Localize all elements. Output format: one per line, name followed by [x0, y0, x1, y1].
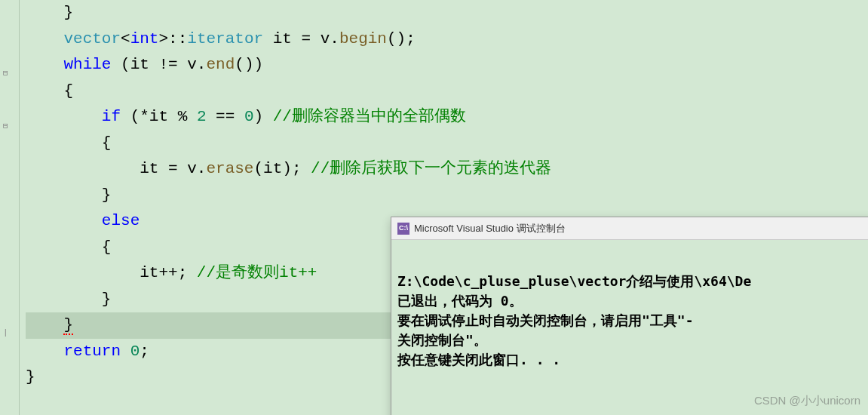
- code-token: ==: [206, 108, 244, 125]
- code-token: }: [102, 290, 112, 308]
- code-token: (it != v.: [111, 56, 206, 73]
- code-token: (it);: [253, 160, 311, 177]
- code-token: >::: [158, 30, 187, 48]
- code-token: ;: [140, 343, 149, 360]
- fold-indicator[interactable]: |: [3, 326, 11, 334]
- code-line[interactable]: {: [26, 131, 868, 157]
- code-line[interactable]: it = v.erase(it); //删除后获取下一个元素的迭代器: [26, 156, 868, 183]
- code-line[interactable]: while (it != v.end()): [26, 52, 868, 78]
- code-token: it = v.: [140, 160, 206, 177]
- code-token: vector: [63, 30, 121, 48]
- code-token: 0: [244, 108, 254, 125]
- console-output: Z:\Code\c_pluse_pluse\vector介绍与使用\x64\De…: [391, 240, 868, 377]
- console-titlebar[interactable]: C:\ Microsoft Visual Studio 调试控制台: [391, 217, 868, 240]
- code-token: it = v.: [263, 30, 339, 48]
- console-title: Microsoft Visual Studio 调试控制台: [414, 220, 566, 236]
- code-token: ): [254, 108, 273, 125]
- code-line[interactable]: }: [26, 0, 868, 26]
- code-token: begin: [339, 30, 387, 48]
- debug-console-window[interactable]: C:\ Microsoft Visual Studio 调试控制台 Z:\Cod…: [391, 217, 868, 415]
- code-token: //是奇数则it++: [197, 264, 317, 281]
- code-token: }: [26, 368, 35, 386]
- code-token: }: [102, 186, 112, 204]
- code-token: end: [206, 56, 235, 73]
- code-line[interactable]: vector<int>::iterator it = v.begin();: [26, 26, 868, 53]
- code-token: while: [63, 56, 111, 73]
- code-token: 0: [130, 343, 140, 360]
- watermark: CSDN @小小unicorn: [754, 392, 860, 410]
- code-token: 2: [197, 108, 207, 125]
- code-token: <: [121, 30, 130, 48]
- code-token: //删除后获取下一个元素的迭代器: [311, 160, 551, 177]
- code-token: }: [63, 316, 73, 335]
- fold-indicator[interactable]: ⊟: [3, 66, 11, 74]
- code-token: ();: [387, 30, 416, 48]
- code-token: [121, 343, 130, 360]
- code-token: ()): [235, 56, 263, 73]
- code-line[interactable]: if (*it % 2 == 0) //删除容器当中的全部偶数: [26, 104, 868, 131]
- editor-gutter: ⊟⊟|: [0, 0, 20, 415]
- code-token: }: [63, 4, 73, 21]
- code-token: (*it %: [121, 108, 197, 125]
- code-token: iterator: [187, 30, 263, 48]
- fold-indicator[interactable]: ⊟: [3, 119, 11, 127]
- code-token: else: [102, 212, 140, 229]
- code-token: if: [102, 108, 121, 125]
- code-token: erase: [206, 160, 253, 177]
- code-token: {: [102, 238, 112, 256]
- code-token: {: [63, 82, 73, 100]
- code-line[interactable]: {: [26, 78, 868, 105]
- code-line[interactable]: }: [26, 183, 868, 209]
- code-token: int: [130, 30, 159, 48]
- console-icon: C:\: [397, 223, 409, 235]
- code-token: return: [63, 343, 121, 360]
- code-token: {: [102, 134, 112, 152]
- code-token: //删除容器当中的全部偶数: [273, 108, 466, 125]
- code-token: it++;: [140, 264, 197, 281]
